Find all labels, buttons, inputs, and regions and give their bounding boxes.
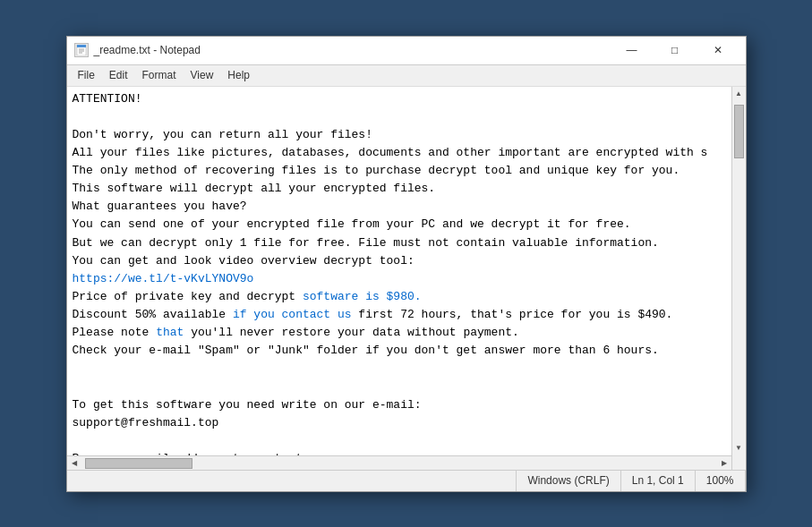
menu-bar: File Edit Format View Help [67, 65, 746, 87]
contact-highlight: if you contact us [233, 308, 352, 321]
scroll-track-v[interactable] [732, 101, 746, 441]
minimize-button[interactable]: — [611, 38, 653, 63]
scrollbar-corner [731, 455, 746, 470]
scroll-thumb-v[interactable] [734, 105, 744, 158]
title-bar-controls: — □ ✕ [611, 38, 739, 63]
title-bar: _readme.txt - Notepad — □ ✕ [67, 37, 746, 65]
status-position: Ln 1, Col 1 [621, 471, 696, 491]
menu-file[interactable]: File [71, 67, 102, 83]
scroll-thumb-h[interactable] [85, 458, 192, 469]
scroll-down-arrow[interactable]: ▼ [731, 441, 746, 455]
menu-edit[interactable]: Edit [102, 67, 135, 83]
url-link: https://we.tl/t-vKvLYNOV9o [73, 272, 254, 285]
close-button[interactable]: ✕ [697, 38, 739, 63]
scroll-up-arrow[interactable]: ▲ [731, 87, 746, 101]
text-content[interactable]: ATTENTION! Don't worry, you can return a… [67, 87, 731, 455]
desktop: YATTWARE .CO _readme.txt - Notepad — [0, 0, 812, 527]
menu-view[interactable]: View [184, 67, 221, 83]
notepad-window: _readme.txt - Notepad — □ ✕ File Edit Fo… [66, 36, 747, 492]
status-zoom: 100% [696, 471, 746, 491]
menu-format[interactable]: Format [135, 67, 184, 83]
software-highlight: software is $980. [303, 290, 422, 303]
vertical-scrollbar[interactable]: ▲ ▼ [731, 87, 746, 455]
status-bar: Windows (CRLF) Ln 1, Col 1 100% [67, 470, 746, 491]
svg-rect-1 [77, 45, 86, 47]
status-encoding: Windows (CRLF) [517, 471, 620, 491]
status-empty [67, 471, 517, 491]
scroll-right-arrow[interactable]: ▶ [717, 455, 731, 470]
horizontal-scrollbar[interactable]: ◀ ▶ [67, 455, 746, 470]
text-area-wrapper: ATTENTION! Don't worry, you can return a… [67, 87, 746, 455]
maximize-button[interactable]: □ [654, 38, 696, 63]
scroll-left-arrow[interactable]: ◀ [67, 455, 81, 470]
scroll-track-h[interactable] [81, 456, 717, 470]
window-title: _readme.txt - Notepad [94, 44, 201, 56]
notepad-icon [74, 43, 89, 57]
title-bar-left: _readme.txt - Notepad [74, 43, 201, 57]
that-highlight: that [156, 326, 184, 339]
menu-help[interactable]: Help [220, 67, 257, 83]
